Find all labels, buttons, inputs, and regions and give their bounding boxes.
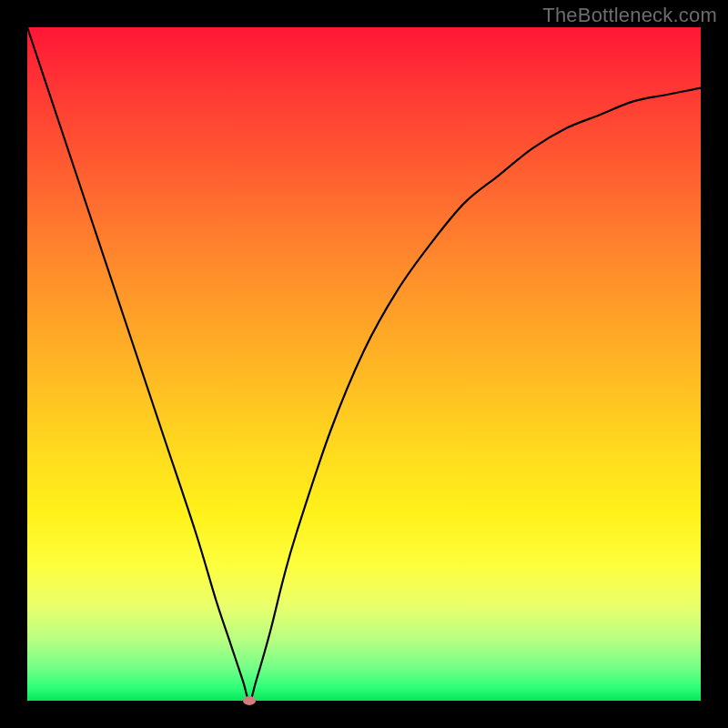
bottleneck-curve <box>27 27 701 701</box>
plot-area <box>27 27 701 701</box>
chart-frame: TheBottleneck.com <box>0 0 728 728</box>
curve-svg <box>27 27 701 701</box>
minimum-marker <box>243 696 256 705</box>
watermark-text: TheBottleneck.com <box>542 4 717 27</box>
